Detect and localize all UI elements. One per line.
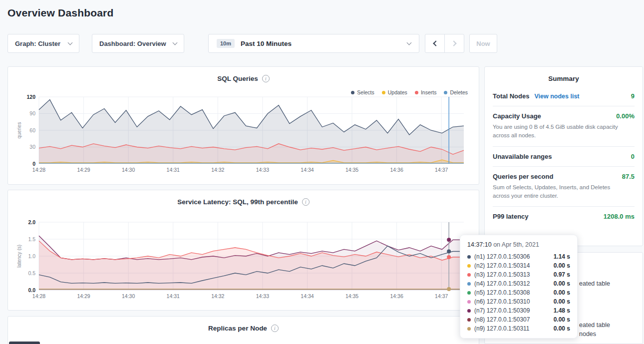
tooltip-node-row: (n2) 127.0.0.1:503140.00 s [467, 261, 570, 270]
summary-panel: Summary Total Nodes View nodes list 9 Ca… [484, 66, 643, 246]
svg-text:0.5: 0.5 [28, 270, 35, 276]
node-color-dot [467, 300, 471, 304]
tooltip-timestamp: 14:37:10 on Apr 5th, 2021 [467, 241, 570, 248]
node-color-dot [467, 291, 471, 295]
svg-text:14:30: 14:30 [122, 167, 135, 173]
time-nav-buttons [425, 34, 464, 53]
node-color-dot [467, 255, 471, 259]
replicas-per-node-card: Replicas per Node i [7, 316, 479, 344]
node-latency-value: 0.00 s [554, 280, 570, 287]
summary-row-label: P99 latency [493, 213, 529, 220]
prev-time-button[interactable] [425, 34, 445, 53]
summary-row-p99-latency: P99 latency 1208.0 ms [493, 207, 635, 226]
node-address: (n1) 127.0.0.1:50306 [474, 253, 530, 260]
node-address: (n8) 127.0.0.1:50307 [474, 316, 530, 323]
tooltip-node-row: (n8) 127.0.0.1:503070.00 s [467, 315, 570, 324]
info-icon[interactable]: i [262, 75, 270, 82]
time-range-picker[interactable]: 10m Past 10 Minutes [208, 34, 419, 53]
event-item-fragment: nodes [579, 331, 596, 338]
sql-queries-chart[interactable]: 030609012014:2814:2914:3014:3114:3214:33… [16, 92, 472, 176]
svg-text:14:32: 14:32 [211, 293, 224, 299]
summary-row-total-nodes: Total Nodes View nodes list 9 [493, 86, 635, 106]
summary-row-unavailable-ranges: Unavailable ranges 0 [493, 147, 635, 167]
sql-queries-card: SQL Queries i SelectsUpdatesInsertsDelet… [7, 66, 479, 185]
summary-row-description: You are using 0 B of 4.5 GiB usable disk… [493, 123, 627, 140]
node-latency-value: 0.97 s [554, 271, 570, 278]
info-icon[interactable]: i [302, 198, 310, 206]
svg-text:14:31: 14:31 [167, 293, 180, 299]
summary-row-value: 0 [631, 153, 635, 160]
node-color-dot [467, 282, 471, 286]
chart-title-text: Replicas per Node [208, 325, 267, 332]
summary-row-description: Sum of Selects, Updates, Inserts, and De… [493, 183, 627, 201]
node-latency-value: 0.00 s [554, 298, 570, 305]
tooltip-node-row: (n6) 127.0.0.1:503100.00 s [467, 297, 570, 306]
svg-text:0.0: 0.0 [28, 287, 35, 293]
svg-text:14:31: 14:31 [167, 167, 180, 173]
svg-text:1.5: 1.5 [28, 236, 35, 242]
chart-title-text: Service Latency: SQL, 99th percentile [177, 198, 298, 206]
now-button[interactable]: Now [469, 34, 497, 53]
event-item-fragment: eated table [579, 280, 610, 287]
clipped-element [9, 342, 40, 344]
node-latency-value: 1.14 s [554, 253, 570, 260]
svg-text:14:36: 14:36 [390, 167, 403, 173]
graph-dropdown[interactable]: Graph: Cluster [7, 34, 79, 53]
node-color-dot [467, 264, 471, 268]
replicas-per-node-title: Replicas per Node i [8, 325, 479, 332]
svg-text:14:32: 14:32 [211, 167, 224, 173]
svg-text:14:30: 14:30 [122, 293, 135, 299]
time-range-label: Past 10 Minutes [241, 40, 292, 47]
node-address: (n3) 127.0.0.1:50313 [474, 271, 530, 278]
summary-row-label: Queries per second [493, 173, 553, 180]
svg-text:14:28: 14:28 [32, 293, 45, 299]
tooltip-node-row: (n5) 127.0.0.1:503080.00 s [467, 288, 570, 297]
tooltip-node-row: (n4) 127.0.0.1:503120.00 s [467, 279, 570, 288]
svg-text:30: 30 [29, 144, 35, 150]
node-color-dot [467, 309, 471, 313]
chart-title-text: SQL Queries [217, 75, 258, 82]
chevron-left-icon [433, 40, 438, 46]
view-nodes-list-link[interactable]: View nodes list [534, 93, 579, 100]
summary-row-capacity-usage: Capacity Usage 0.00% You are using 0 B o… [493, 106, 635, 147]
svg-text:14:29: 14:29 [77, 293, 90, 299]
tooltip-node-row: (n1) 127.0.0.1:503061.14 s [467, 252, 570, 261]
service-latency-chart[interactable]: 0.00.51.01.52.014:2814:2914:3014:3114:32… [16, 217, 472, 302]
svg-text:0: 0 [32, 161, 35, 167]
summary-row-label: Capacity Usage [493, 112, 541, 120]
svg-text:14:37: 14:37 [435, 167, 448, 173]
service-latency-title: Service Latency: SQL, 99th percentile i [8, 198, 479, 206]
info-icon[interactable]: i [271, 325, 279, 332]
summary-row-label: Unavailable ranges [493, 153, 552, 160]
node-color-dot [467, 327, 471, 331]
chevron-right-icon [451, 40, 456, 46]
summary-row-value: 87.5 [622, 173, 635, 180]
svg-text:14:33: 14:33 [256, 167, 269, 173]
chevron-down-icon [173, 40, 178, 45]
dashboard-dropdown-label: Dashboard: Overview [99, 40, 166, 47]
svg-text:14:35: 14:35 [345, 293, 358, 299]
tooltip-rows: (n1) 127.0.0.1:503061.14 s(n2) 127.0.0.1… [467, 252, 570, 333]
summary-row-value: 0.00% [616, 112, 635, 120]
svg-text:60: 60 [29, 127, 35, 133]
tooltip-node-row: (n3) 127.0.0.1:503130.97 s [467, 270, 570, 279]
svg-text:queries: queries [16, 122, 22, 139]
node-address: (n4) 127.0.0.1:50312 [474, 280, 530, 287]
node-address: (n2) 127.0.0.1:50314 [474, 262, 530, 269]
svg-text:14:29: 14:29 [77, 167, 90, 173]
chevron-down-icon [68, 40, 73, 45]
svg-text:14:34: 14:34 [301, 293, 314, 299]
node-latency-value: 0.00 s [554, 325, 570, 332]
svg-text:14:34: 14:34 [301, 167, 314, 173]
node-latency-value: 0.00 s [554, 289, 570, 296]
node-color-dot [467, 318, 471, 322]
svg-text:14:35: 14:35 [345, 167, 358, 173]
dashboard-dropdown[interactable]: Dashboard: Overview [92, 34, 184, 53]
summary-row-value: 1208.0 ms [604, 213, 635, 220]
next-time-button[interactable] [444, 34, 464, 53]
svg-text:2.0: 2.0 [28, 219, 35, 225]
node-latency-value: 0.00 s [554, 262, 570, 269]
node-address: (n9) 127.0.0.1:50311 [474, 325, 530, 332]
svg-text:latency (s): latency (s) [16, 245, 22, 268]
tooltip-node-row: (n7) 127.0.0.1:503091.48 s [467, 306, 570, 315]
